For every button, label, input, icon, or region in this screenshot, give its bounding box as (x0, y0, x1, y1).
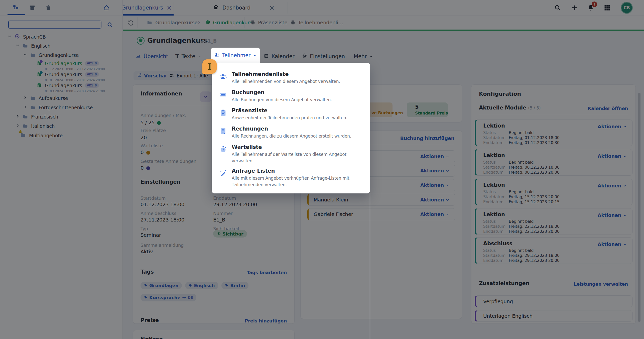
menu-item-title: Anfrage-Listen (232, 168, 367, 174)
menu-item-desc: Alle Teilnehmer auf der Warteliste von d… (232, 151, 367, 164)
menu-item-title: Präsenzliste (232, 107, 367, 114)
people-icon (219, 72, 228, 81)
ticket-icon (219, 90, 228, 99)
menu-item-desc: Alle Rechnungen, die zu diesem Angebot e… (232, 133, 367, 139)
menu-item-title: Buchungen (232, 89, 367, 96)
clipboard-check-icon (219, 108, 228, 117)
menu-item-title: Warteliste (232, 144, 367, 151)
menu-item-desc: Anwesenheit der Teilnehmenden prüfen und… (232, 115, 367, 121)
menu-item-rechnungen[interactable]: Rechnungen Alle Rechnungen, die zu diese… (219, 126, 367, 139)
menu-item-title: Rechnungen (232, 126, 367, 132)
menu-item-desc: Alle Buchungen von diesem Angebot verwal… (232, 96, 367, 103)
menu-item-anfrage-listen[interactable]: Anfrage-Listen Alle mit diesem Angebot v… (219, 168, 367, 188)
text-cursor-indicator: I (202, 59, 217, 74)
menu-item-title: Teilnehmendenliste (232, 71, 367, 78)
menu-item-desc: Alle mit diesem Angebot verknüpften Anfr… (232, 175, 367, 188)
menu-item-warteliste[interactable]: Warteliste Alle Teilnehmer auf der Warte… (219, 144, 367, 164)
magic-wand-icon (219, 169, 228, 178)
menu-item-praesenzliste[interactable]: Präsenzliste Anwesenheit der Teilnehmend… (219, 107, 367, 121)
invoice-icon (219, 127, 228, 136)
tab-teilnehmer[interactable]: Teilnehmer (211, 48, 260, 63)
app-window: Grundlagenkurs × Dashboard × 1 CB (0, 0, 644, 339)
tab-label: Teilnehmer (222, 52, 250, 58)
menu-item-buchungen[interactable]: Buchungen Alle Buchungen von diesem Ange… (219, 89, 367, 103)
stopwatch-icon (219, 145, 228, 154)
teilnehmer-dropdown-menu: Teilnehmendenliste Alle Teilnehmenden vo… (212, 63, 370, 193)
people-icon (214, 52, 220, 59)
menu-item-desc: Alle Teilnehmenden von diesem Angebot ve… (232, 78, 367, 85)
menu-item-teilnehmendenliste[interactable]: Teilnehmendenliste Alle Teilnehmenden vo… (219, 71, 367, 85)
chevron-down-icon (253, 52, 257, 58)
dropdown-edge-line (370, 193, 370, 339)
